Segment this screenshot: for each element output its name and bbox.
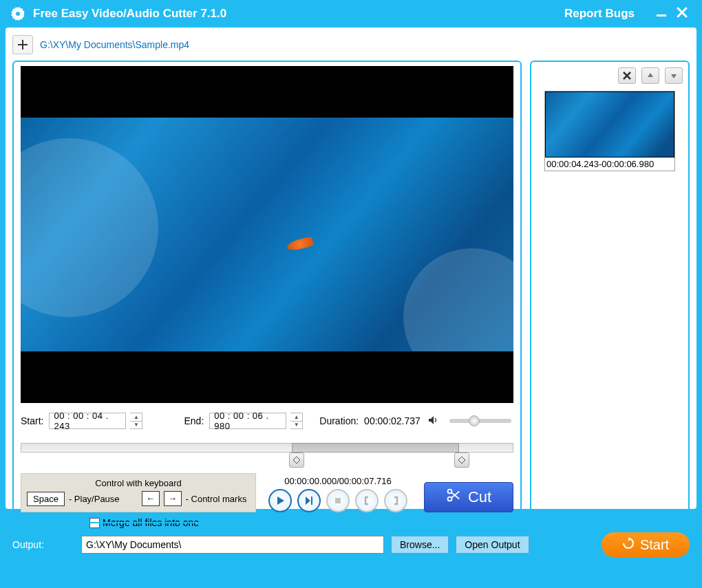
right-arrow-key: →	[164, 491, 182, 506]
file-path: G:\XY\My Documents\Sample.mp4	[40, 39, 189, 50]
svg-point-2	[16, 12, 20, 16]
move-clip-up-button[interactable]	[641, 67, 659, 84]
space-key-text: - Play/Pause	[69, 494, 120, 504]
open-output-button[interactable]: Open Output	[456, 536, 529, 554]
close-button[interactable]	[672, 6, 692, 22]
duration-label: Duration:	[319, 415, 359, 426]
start-button-label: Start	[640, 537, 669, 553]
start-time-input[interactable]: 00 : 00 : 04 . 243	[49, 413, 126, 429]
mark-out-button[interactable]	[384, 489, 407, 512]
svg-rect-4	[311, 497, 312, 505]
duration-value: 00:00:02.737	[364, 415, 421, 426]
end-label: End:	[184, 415, 204, 426]
timeline-range[interactable]	[21, 439, 513, 454]
remove-clip-button[interactable]	[618, 67, 636, 84]
minimize-button[interactable]	[651, 6, 672, 22]
clip-item[interactable]: 00:00:04.243-00:00:06.980	[544, 91, 675, 171]
app-title: Free Easy Video/Audio Cutter 7.1.0	[33, 7, 226, 21]
keyboard-title: Control with keyboard	[27, 478, 250, 488]
start-time-spinner[interactable]: ▲▼	[130, 413, 142, 429]
start-label: Start:	[21, 415, 43, 426]
app-logo-icon	[10, 6, 26, 22]
video-preview[interactable]	[21, 66, 513, 403]
scissors-icon	[446, 488, 461, 507]
keyboard-controls-panel: Control with keyboard Space - Play/Pause…	[21, 473, 256, 512]
stop-button[interactable]	[326, 489, 350, 512]
time-row: Start: 00 : 00 : 04 . 243 ▲▼ End: 00 : 0…	[21, 413, 513, 429]
start-button[interactable]: Start	[602, 532, 690, 557]
clip-time-range: 00:00:04.243-00:00:06.980	[545, 157, 674, 171]
next-frame-button[interactable]	[297, 489, 321, 512]
refresh-icon	[622, 537, 635, 553]
end-time-spinner[interactable]: ▲▼	[290, 413, 303, 429]
browse-button[interactable]: Browse...	[391, 536, 449, 554]
output-label: Output:	[12, 539, 74, 550]
svg-rect-3	[657, 14, 666, 17]
range-handle-start[interactable]	[289, 453, 304, 468]
move-clip-down-button[interactable]	[665, 67, 683, 84]
clips-panel: 00:00:04.243-00:00:06.980	[530, 61, 690, 523]
clip-thumbnail	[545, 91, 674, 157]
volume-icon[interactable]	[427, 415, 438, 428]
titlebar: Free Easy Video/Audio Cutter 7.1.0 Repor…	[0, 0, 702, 28]
range-handle-end[interactable]	[454, 453, 469, 468]
volume-slider[interactable]	[449, 419, 511, 423]
output-path-input[interactable]: G:\XY\My Documents\	[81, 536, 384, 554]
preview-panel: Start: 00 : 00 : 04 . 243 ▲▼ End: 00 : 0…	[12, 61, 522, 523]
cut-button[interactable]: Cut	[424, 482, 513, 512]
work-area: G:\XY\My Documents\Sample.mp4 Start: 00 …	[6, 28, 696, 509]
marks-key-text: - Control marks	[186, 494, 247, 504]
cut-button-label: Cut	[468, 488, 491, 506]
report-bugs-link[interactable]: Report Bugs	[564, 7, 635, 21]
mark-in-button[interactable]	[355, 489, 379, 512]
left-arrow-key: ←	[142, 491, 160, 506]
file-path-row: G:\XY\My Documents\Sample.mp4	[12, 34, 690, 55]
space-key: Space	[27, 492, 65, 506]
add-file-button[interactable]	[12, 35, 33, 54]
svg-rect-5	[335, 498, 341, 503]
play-button[interactable]	[268, 489, 292, 512]
playback-controls: 00:00:00.000/00:00:07.716	[268, 476, 407, 512]
playback-timecode: 00:00:00.000/00:00:07.716	[284, 476, 391, 486]
end-time-input[interactable]: 00 : 00 : 06 . 980	[209, 413, 286, 429]
